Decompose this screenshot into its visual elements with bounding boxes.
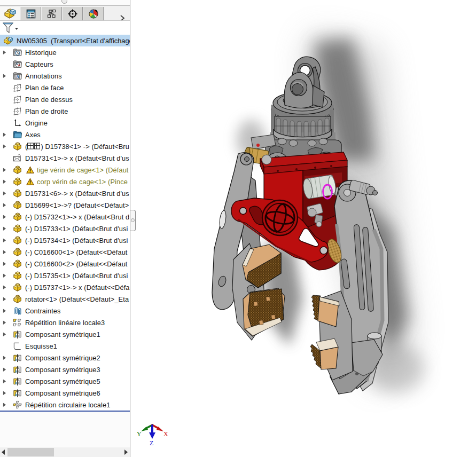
svg-text:X: X — [163, 430, 168, 438]
svg-text:Y: Y — [137, 430, 142, 438]
svg-text:Z: Z — [150, 439, 153, 447]
